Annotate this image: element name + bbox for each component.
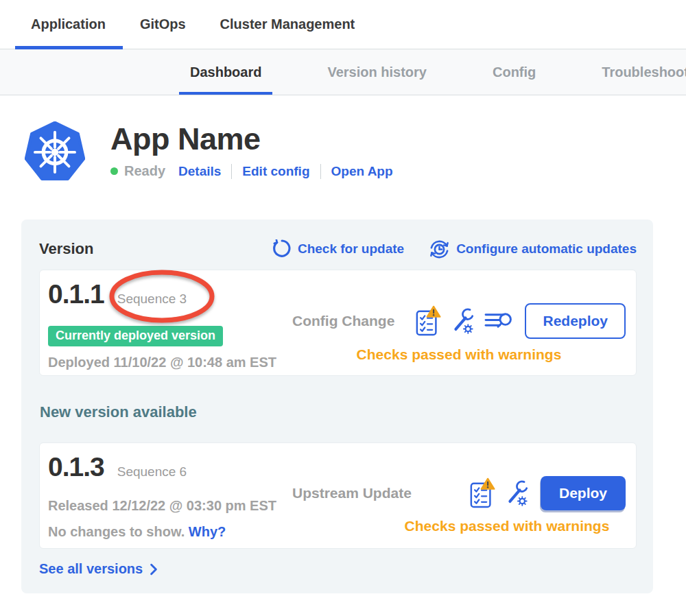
currently-deployed-badge: Currently deployed version	[48, 326, 223, 346]
available-version-card: 0.1.3 Sequence 6 Released 12/12/22 @ 03:…	[39, 442, 637, 549]
clock-refresh-icon	[429, 239, 450, 260]
redeploy-button[interactable]: Redeploy	[525, 303, 626, 339]
changes-line: No changes to show. Why?	[48, 524, 283, 540]
tab-version-history[interactable]: Version history	[327, 49, 427, 95]
available-checks-status: Checks passed with warnings	[340, 518, 674, 534]
release-notes-icon[interactable]	[484, 310, 512, 333]
tab-dashboard[interactable]: Dashboard	[190, 49, 261, 95]
chevron-right-icon	[150, 563, 158, 576]
deployed-sequence-label: Sequence 3	[117, 292, 187, 307]
why-link[interactable]: Why?	[189, 524, 226, 539]
check-for-update-button[interactable]: Check for update	[272, 239, 404, 259]
deployed-timestamp: Deployed 11/10/22 @ 10:48 am EST	[48, 355, 283, 370]
available-source-label: Upstream Update	[292, 485, 412, 501]
edit-config-link[interactable]: Edit config	[242, 164, 309, 179]
status-label: Ready	[124, 163, 165, 179]
page-title: App Name	[110, 123, 393, 155]
tab-gitops[interactable]: GitOps	[140, 0, 186, 49]
kubernetes-logo	[25, 121, 85, 182]
details-link[interactable]: Details	[178, 164, 221, 179]
available-sequence-label: Sequence 6	[117, 464, 187, 479]
version-panel-header: Version Check for update	[39, 237, 637, 261]
configure-automatic-updates-label: Configure automatic updates	[456, 241, 637, 257]
config-wrench-icon[interactable]	[451, 308, 474, 335]
open-app-link[interactable]: Open App	[331, 164, 393, 179]
divider	[320, 164, 321, 179]
version-panel: Version Check for update	[21, 220, 653, 593]
deployed-source-label: Config Change	[292, 313, 394, 329]
tab-cluster-management[interactable]: Cluster Management	[220, 0, 355, 49]
app-status-row: Ready Details Edit config Open App	[110, 163, 393, 179]
see-all-versions-link[interactable]: See all versions	[39, 561, 158, 577]
deployed-checks-status: Checks passed with warnings	[292, 346, 626, 363]
version-heading: Version	[39, 240, 93, 258]
app-nav: Dashboard Version history Config Trouble…	[0, 49, 686, 95]
ready-status-dot	[110, 167, 118, 175]
tab-troubleshoot[interactable]: Troubleshoot	[602, 49, 686, 95]
deployed-version-number: 0.1.1	[48, 279, 104, 309]
no-changes-text: No changes to show.	[48, 524, 185, 539]
divider	[231, 164, 232, 179]
deploy-button[interactable]: Deploy	[541, 476, 626, 510]
released-timestamp: Released 12/12/22 @ 03:30 pm EST	[48, 498, 283, 514]
available-version-number: 0.1.3	[48, 452, 104, 482]
deployed-version-card: 0.1.1 Sequence 3 Currently deployed vers…	[39, 270, 637, 376]
refresh-icon	[272, 239, 292, 259]
tab-application[interactable]: Application	[31, 0, 106, 49]
see-all-versions-label: See all versions	[39, 561, 143, 577]
app-header: App Name Ready Details Edit config Open …	[25, 121, 686, 182]
check-for-update-label: Check for update	[298, 241, 404, 257]
tab-config[interactable]: Config	[493, 49, 536, 95]
preflight-checks-icon[interactable]	[469, 477, 495, 509]
primary-nav: Application GitOps Cluster Management	[0, 0, 686, 49]
preflight-checks-icon[interactable]	[415, 305, 441, 337]
config-wrench-icon[interactable]	[506, 480, 528, 507]
new-version-heading: New version available	[40, 403, 637, 421]
configure-automatic-updates-button[interactable]: Configure automatic updates	[429, 239, 637, 260]
